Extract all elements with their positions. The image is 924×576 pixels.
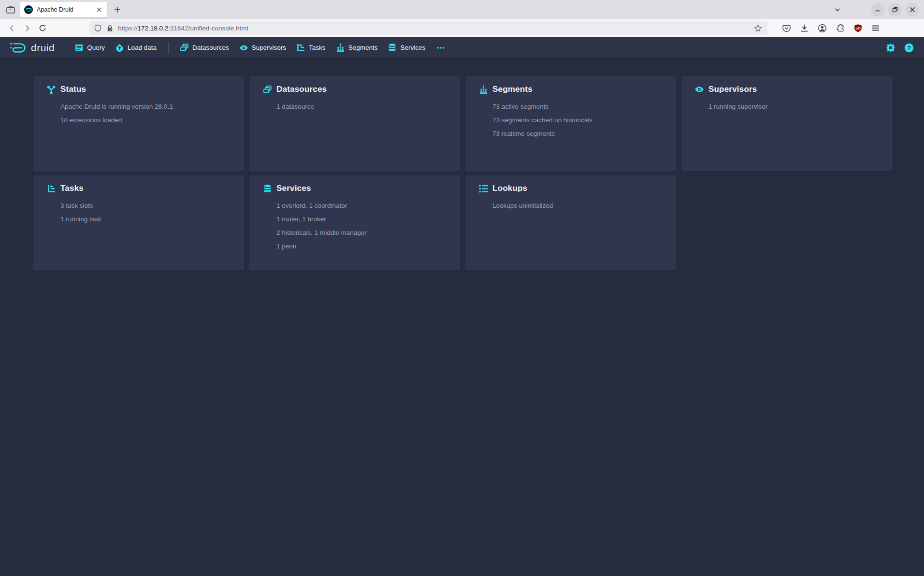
brand-wordmark: druid (31, 42, 55, 54)
status-graph-icon (46, 85, 56, 94)
card-title: Datasources (276, 85, 327, 94)
url-bar[interactable]: https://172.18.0.2:31642/unified-console… (89, 21, 767, 35)
datasources-icon (180, 43, 188, 52)
nav-item-load-data[interactable]: Load data (110, 37, 162, 58)
forward-icon[interactable] (20, 21, 34, 35)
help-icon[interactable]: ? (904, 43, 914, 53)
supervisors-icon (694, 85, 704, 94)
reload-icon[interactable] (36, 21, 49, 35)
url-text: https://172.18.0.2:31642/unified-console… (118, 25, 248, 32)
card-status-line: 1 running task (60, 213, 236, 226)
card-tasks[interactable]: Tasks 3 task slots1 running task (33, 175, 245, 271)
card-title: Lookups (492, 184, 527, 193)
window-minimize-button[interactable] (871, 3, 884, 16)
browser-url-toolbar: https://172.18.0.2:31642/unified-console… (0, 19, 924, 37)
card-status-line: 1 datasource (276, 100, 452, 114)
extensions-puzzle-icon[interactable] (835, 23, 845, 33)
card-title: Supervisors (708, 85, 757, 94)
tasks-icon (46, 184, 56, 193)
card-title: Tasks (60, 184, 84, 193)
more-ellipsis-icon[interactable] (431, 37, 451, 58)
browser-tab-apache-druid[interactable]: Apache Druid (20, 2, 107, 17)
card-title: Segments (492, 85, 533, 94)
nav-item-supervisors[interactable]: Supervisors (234, 37, 291, 58)
nav-item-tasks[interactable]: Tasks (291, 37, 331, 58)
card-status-line: Apache Druid is running version 28.0.1 (60, 100, 236, 114)
nav-item-services[interactable]: Services (383, 37, 431, 58)
card-status-line: 1 peon (276, 240, 452, 253)
nav-divider (63, 42, 63, 54)
downloads-icon[interactable] (799, 23, 809, 33)
nav-divider (168, 42, 169, 54)
druid-favicon (24, 5, 33, 14)
query-icon (75, 43, 83, 52)
svg-text:uO: uO (855, 26, 861, 30)
lock-warning-icon[interactable] (106, 24, 114, 32)
nav-item-datasources[interactable]: Datasources (175, 37, 234, 58)
card-datasources[interactable]: Datasources 1 datasource (249, 76, 461, 172)
card-status-line: 18 extensions loaded (60, 114, 236, 127)
tab-close-icon[interactable] (95, 5, 103, 14)
new-tab-button[interactable] (111, 3, 124, 16)
window-restore-button[interactable] (888, 3, 902, 16)
segments-icon (336, 43, 345, 52)
card-status-line: 73 active segments (492, 100, 668, 114)
tasks-icon (297, 43, 305, 52)
toolbox-icon[interactable] (5, 4, 16, 15)
card-status-line: 73 segments cached on historicals (492, 114, 668, 127)
browser-tab-strip: Apache Druid (0, 0, 924, 19)
tab-title: Apache Druid (37, 6, 91, 13)
window-close-button[interactable] (906, 3, 919, 16)
status-cards-grid: Status Apache Druid is running version 2… (33, 76, 924, 271)
card-services[interactable]: Services 1 overlord, 1 coordinator1 rout… (249, 175, 461, 271)
card-supervisors[interactable]: Supervisors 1 running supervisor (681, 76, 893, 172)
card-status-line: 3 task slots (60, 199, 236, 213)
card-status-line: 1 overlord, 1 coordinator (276, 199, 452, 213)
druid-swirl-icon (9, 42, 27, 54)
settings-gear-icon[interactable] (885, 43, 895, 53)
home-view: Status Apache Druid is running version 2… (0, 58, 924, 271)
ublock-origin-icon[interactable]: uO (852, 23, 863, 33)
card-status[interactable]: Status Apache Druid is running version 2… (33, 76, 245, 172)
pocket-save-icon[interactable] (781, 23, 792, 33)
account-icon[interactable] (817, 23, 827, 33)
card-status-line: 1 running supervisor (708, 100, 884, 114)
tab-list-chevron-icon[interactable] (831, 3, 844, 16)
lookups-icon (478, 184, 488, 193)
nav-item-query[interactable]: Query (70, 37, 110, 58)
load-data-icon (116, 43, 124, 52)
card-lookups[interactable]: Lookups Lookups uninitialized (465, 175, 677, 271)
back-icon[interactable] (5, 21, 18, 35)
tracking-shield-icon[interactable] (94, 24, 102, 32)
druid-logo[interactable]: druid (7, 42, 57, 54)
bookmark-star-icon[interactable] (753, 23, 763, 33)
card-status-line: 73 realtime segments (492, 127, 668, 141)
datasources-icon (262, 85, 272, 94)
card-status-line: Lookups uninitialized (492, 199, 668, 213)
card-status-line: 2 historicals, 1 middle manager (276, 226, 452, 240)
card-status-line: 1 router, 1 broker (276, 213, 452, 226)
menu-hamburger-icon[interactable] (870, 23, 881, 33)
card-title: Services (276, 184, 311, 193)
services-icon (388, 43, 396, 52)
nav-item-segments[interactable]: Segments (331, 37, 383, 58)
services-icon (262, 184, 272, 193)
svg-text:?: ? (907, 44, 911, 51)
druid-navbar: druid Query Load data Datasources Superv… (0, 37, 924, 58)
segments-icon (478, 85, 488, 94)
card-title: Status (60, 85, 86, 94)
supervisors-icon (240, 43, 248, 52)
card-segments[interactable]: Segments 73 active segments73 segments c… (465, 76, 677, 172)
